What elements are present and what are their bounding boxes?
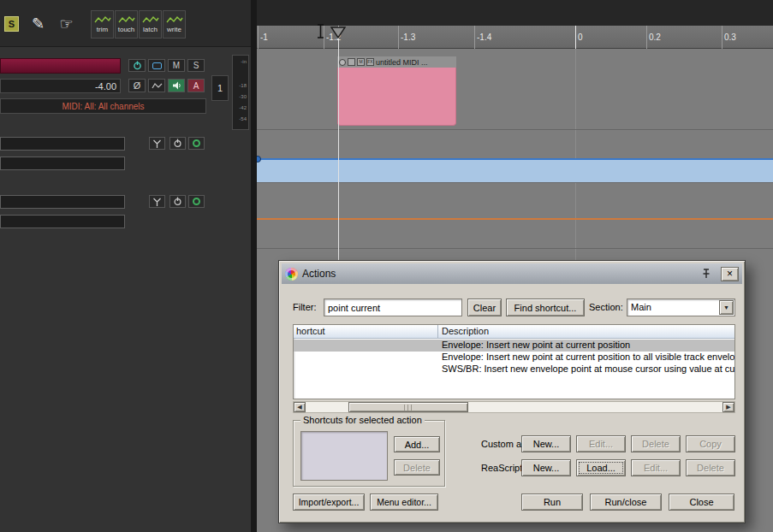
lane-separator xyxy=(257,182,773,183)
volume-envelope-lane[interactable] xyxy=(257,158,773,182)
edit-cursor-line xyxy=(338,26,339,260)
column-divider[interactable] xyxy=(437,325,438,339)
item-mute-icon[interactable]: M xyxy=(357,58,365,66)
edit-cursor-handle[interactable] xyxy=(330,27,346,39)
ruler-tick xyxy=(722,26,722,49)
hand-icon[interactable]: ☞ xyxy=(53,11,80,37)
record-icon xyxy=(193,198,200,205)
scroll-left-icon[interactable]: ◀ xyxy=(294,402,306,412)
custom-delete-button[interactable]: Delete xyxy=(631,435,681,452)
send-slot[interactable] xyxy=(0,215,125,228)
track-name-bar[interactable] xyxy=(0,58,121,74)
action-list[interactable]: hortcut Description Envelope: Insert new… xyxy=(293,324,735,399)
action-row[interactable]: Envelope: Insert new point at current po… xyxy=(294,340,734,352)
routing-button[interactable] xyxy=(149,195,165,208)
reascript-load-button[interactable]: Load... xyxy=(576,459,626,476)
track-routing-text[interactable]: MIDI: All: All channels xyxy=(0,98,206,114)
filter-input[interactable] xyxy=(324,299,462,316)
item-lock-icon[interactable] xyxy=(348,58,355,66)
arrange-top-strip xyxy=(257,0,773,26)
send-record-button[interactable] xyxy=(188,195,205,208)
phase-button[interactable]: Ø xyxy=(128,79,146,92)
send-record-button[interactable] xyxy=(188,137,205,150)
send-power-button[interactable] xyxy=(169,137,186,150)
automation-mode-write[interactable]: write xyxy=(163,10,186,38)
add-shortcut-button[interactable]: Add... xyxy=(394,436,440,452)
horizontal-scrollbar[interactable]: ◀ ▶ xyxy=(293,401,735,413)
delete-shortcut-button[interactable]: Delete xyxy=(394,459,440,476)
record-icon xyxy=(193,139,200,147)
clear-button[interactable]: Clear xyxy=(467,299,502,316)
ruler-label: 0.2 xyxy=(649,33,661,42)
route-icon xyxy=(152,197,163,207)
automation-mode-latch[interactable]: latch xyxy=(139,10,162,38)
run-close-button[interactable]: Run/close xyxy=(590,494,662,511)
track-monitor-button[interactable] xyxy=(148,59,165,72)
envelope-icon xyxy=(152,82,163,90)
ruler-label: -1.4 xyxy=(477,33,491,42)
routing-button[interactable] xyxy=(149,137,165,150)
meter-tick-label: -42 xyxy=(239,105,247,110)
midi-item-header[interactable]: M FX untitled MIDI ... xyxy=(337,56,456,68)
monitor-icon xyxy=(152,62,162,69)
fx-speaker-button[interactable] xyxy=(168,79,185,92)
midi-item-body[interactable] xyxy=(337,68,456,126)
ruler-label: 0 xyxy=(578,33,583,42)
panel-splitter[interactable] xyxy=(251,0,257,532)
section-label: Section: xyxy=(589,302,623,312)
lane-separator xyxy=(257,129,773,130)
custom-copy-button[interactable]: Copy xyxy=(686,435,735,452)
import-export-button[interactable]: Import/export... xyxy=(293,494,365,511)
menu-editor-button[interactable]: Menu editor... xyxy=(370,494,438,511)
send-slot[interactable] xyxy=(0,195,125,209)
envelope-button[interactable] xyxy=(148,79,165,92)
ruler-tick xyxy=(474,26,475,49)
action-list-header[interactable]: hortcut Description xyxy=(294,325,734,339)
reascript-edit-button[interactable]: Edit... xyxy=(631,459,681,476)
dropdown-arrow-icon[interactable]: ▼ xyxy=(719,300,734,315)
track-solo-button[interactable]: S xyxy=(187,59,205,72)
action-row[interactable]: SWS/BR: Insert new envelope point at mou… xyxy=(294,364,734,375)
reascript-delete-button[interactable]: Delete xyxy=(686,459,735,476)
item-fx-icon[interactable]: FX xyxy=(366,58,374,66)
section-dropdown[interactable]: Main ▼ xyxy=(627,299,735,316)
scrollbar-thumb[interactable] xyxy=(348,402,468,412)
pan-envelope-line[interactable] xyxy=(257,218,773,220)
track-power-button[interactable] xyxy=(128,59,146,72)
reaper-window: -1 -1.2 -1.3 -1.4 0 0.2 0.3 M FX untitle… xyxy=(0,0,773,532)
solo-toolbar-button[interactable]: S xyxy=(4,16,19,32)
reascript-new-button[interactable]: New... xyxy=(521,459,571,476)
shortcut-column-header[interactable]: hortcut xyxy=(296,326,325,336)
find-shortcut-button[interactable]: Find shortcut... xyxy=(506,299,585,316)
run-button[interactable]: Run xyxy=(521,494,583,511)
send-power-button[interactable] xyxy=(169,195,186,208)
item-take-icon[interactable] xyxy=(339,59,346,66)
ruler-tick xyxy=(398,26,399,49)
track-volume-value[interactable]: -4.00 xyxy=(0,79,121,93)
dialog-titlebar[interactable]: Actions × xyxy=(282,263,742,284)
close-button[interactable]: Close xyxy=(669,494,734,511)
pencil-icon[interactable]: ✎ xyxy=(25,11,51,37)
custom-edit-button[interactable]: Edit... xyxy=(576,435,626,452)
automation-mode-touch[interactable]: touch xyxy=(115,10,138,38)
close-icon[interactable]: × xyxy=(721,267,739,281)
track-number: 1 xyxy=(211,75,229,101)
shortcut-listbox[interactable] xyxy=(300,431,388,481)
record-arm-button[interactable]: A xyxy=(187,79,205,92)
automation-mode-trim[interactable]: trim xyxy=(91,10,114,38)
send-slot[interactable] xyxy=(0,137,125,151)
pin-icon[interactable] xyxy=(700,268,712,280)
ruler-tick xyxy=(646,26,647,49)
mode-label: touch xyxy=(118,26,135,33)
meter-tick-label: -30 xyxy=(239,94,247,99)
send-slot[interactable] xyxy=(0,157,125,170)
track-mute-button[interactable]: M xyxy=(168,59,185,72)
action-row[interactable]: Envelope: Insert new point at current po… xyxy=(294,352,734,364)
ruler-label: -1 xyxy=(260,33,268,42)
shortcuts-group-label: Shortcuts for selected action xyxy=(300,415,425,425)
custom-new-button[interactable]: New... xyxy=(521,435,571,452)
automation-waveform-icon xyxy=(94,15,111,24)
description-column-header[interactable]: Description xyxy=(442,326,489,336)
meter-tick-label: -54 xyxy=(239,116,247,121)
scroll-right-icon[interactable]: ▶ xyxy=(722,402,734,412)
